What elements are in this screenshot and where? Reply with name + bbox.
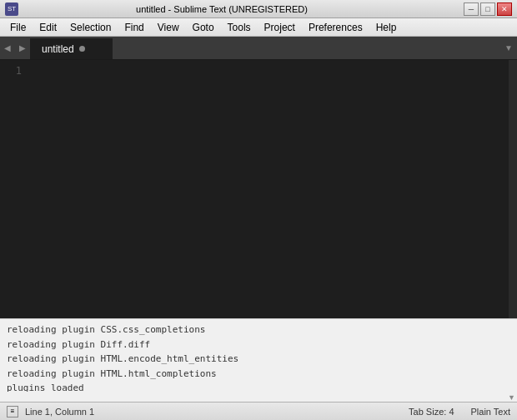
- tab-size: Tab Size: 4: [409, 407, 454, 417]
- title-bar: ST untitled - Sublime Text (UNREGISTERED…: [0, 0, 517, 18]
- tab-label: untitled: [42, 43, 74, 55]
- editor-content[interactable]: [25, 60, 509, 318]
- minimize-button[interactable]: ─: [464, 2, 479, 16]
- tab-modified-dot: [79, 46, 85, 52]
- console-scroll-down[interactable]: ▼: [508, 393, 515, 402]
- status-bar: ≡ Line 1, Column 1 Tab Size: 4 Plain Tex…: [0, 402, 517, 420]
- menu-item-help[interactable]: Help: [369, 20, 404, 35]
- status-file-icon: ≡: [7, 406, 18, 418]
- menu-item-find[interactable]: Find: [118, 20, 150, 35]
- menu-item-preferences[interactable]: Preferences: [302, 20, 369, 35]
- line-number-1: 1: [0, 63, 22, 78]
- syntax-mode[interactable]: Plain Text: [471, 407, 511, 417]
- status-left: ≡ Line 1, Column 1: [7, 406, 94, 418]
- console-output: reloading plugin CSS.css_completionsrelo…: [0, 319, 517, 392]
- tab-bar: ◀ ▶ untitled ▼: [0, 37, 517, 60]
- window-title: untitled - Sublime Text (UNREGISTERED): [0, 4, 464, 14]
- console-line-2: reloading plugin Diff.diff: [7, 338, 510, 352]
- console-scrollbar: ▼: [0, 392, 517, 402]
- editor-scrollbar[interactable]: [509, 60, 517, 318]
- window-controls: ─ □ ✕: [464, 2, 512, 16]
- editor-area[interactable]: 1: [0, 60, 517, 318]
- tab-nav-left[interactable]: ◀: [0, 37, 15, 59]
- tab-dropdown[interactable]: ▼: [500, 37, 517, 59]
- cursor-position: Line 1, Column 1: [25, 407, 94, 417]
- menu-item-edit[interactable]: Edit: [33, 20, 63, 35]
- console-line-5: plugins loaded: [7, 381, 510, 392]
- line-numbers: 1: [0, 60, 25, 318]
- console-line-3: reloading plugin HTML.encode_html_entiti…: [7, 352, 510, 367]
- tab-nav-right[interactable]: ▶: [15, 37, 30, 59]
- menu-item-file[interactable]: File: [3, 20, 33, 35]
- status-right: Tab Size: 4 Plain Text: [409, 407, 510, 417]
- menu-item-project[interactable]: Project: [258, 20, 302, 35]
- menu-item-tools[interactable]: Tools: [221, 20, 258, 35]
- maximize-button[interactable]: □: [480, 2, 495, 16]
- console-area: reloading plugin CSS.css_completionsrelo…: [0, 318, 517, 402]
- menu-item-selection[interactable]: Selection: [63, 20, 118, 35]
- active-tab[interactable]: untitled: [30, 37, 113, 59]
- close-button[interactable]: ✕: [497, 2, 512, 16]
- console-line-1: reloading plugin CSS.css_completions: [7, 322, 510, 338]
- menu-bar: FileEditSelectionFindViewGotoToolsProjec…: [0, 18, 517, 37]
- menu-item-view[interactable]: View: [151, 20, 186, 35]
- menu-item-goto[interactable]: Goto: [186, 20, 221, 35]
- console-line-4: reloading plugin HTML.html_completions: [7, 367, 510, 382]
